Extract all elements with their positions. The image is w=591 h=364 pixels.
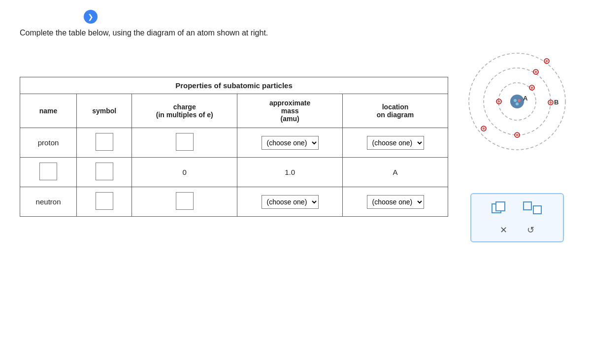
proton-symbol-input[interactable] [96, 133, 113, 151]
mass-label-line2: mass [281, 107, 299, 115]
chevron-icon[interactable]: ❯ [84, 10, 98, 24]
svg-point-15 [550, 101, 552, 104]
neutron-symbol-cell[interactable] [77, 187, 132, 217]
row2-name-input[interactable] [39, 163, 57, 180]
svg-point-3 [510, 95, 524, 108]
svg-point-11 [498, 100, 500, 103]
row2-name-cell[interactable] [20, 158, 77, 187]
neutron-charge-input[interactable] [176, 192, 194, 210]
col-header-charge: charge (in multiples of e) [132, 94, 237, 128]
atom-diagram: A B [463, 47, 571, 156]
panel-icon-group-2 [523, 200, 544, 218]
instruction-text: Complete the table below, using the diag… [20, 29, 571, 37]
neutron-symbol-input[interactable] [96, 192, 113, 210]
panel-icon-stacked-1 [490, 200, 508, 218]
col-header-mass: approximate mass (amu) [237, 94, 343, 128]
row2-location-cell: A [343, 158, 448, 187]
proton-name-cell: proton [20, 128, 77, 158]
location-label-line1: location [382, 103, 409, 111]
col-header-symbol: symbol [77, 94, 132, 128]
svg-rect-26 [533, 206, 541, 214]
panel-actions: ✕ ↺ [500, 225, 534, 235]
col-header-name: name [20, 94, 77, 128]
row2-symbol-input[interactable] [96, 163, 113, 180]
proton-charge-input[interactable] [176, 133, 194, 151]
table-row: proton (choose one) 0 1.0 -1 +1 [20, 128, 448, 158]
row2-charge-cell: 0 [132, 158, 237, 187]
neutron-name-cell: neutron [20, 187, 77, 217]
svg-text:A: A [523, 95, 528, 102]
proton-mass-cell[interactable]: (choose one) 0 1.0 -1 +1 [237, 128, 343, 158]
location-label-line2: on diagram [377, 111, 414, 119]
close-button[interactable]: ✕ [500, 225, 507, 235]
table-row: neutron (choose one) 0 1.0 -1 +1 [20, 187, 448, 217]
svg-rect-25 [524, 202, 531, 210]
right-panel: ✕ ↺ [470, 193, 564, 242]
panel-icons-row [490, 200, 544, 218]
table-area: Properties of subatomic particles name s… [20, 77, 448, 217]
svg-point-9 [531, 87, 533, 89]
row2-mass-cell: 1.0 [237, 158, 343, 187]
undo-button[interactable]: ↺ [527, 225, 534, 235]
charge-label-line2: (in multiples of e) [156, 111, 213, 119]
proton-symbol-cell[interactable] [77, 128, 132, 158]
neutron-charge-cell[interactable] [132, 187, 237, 217]
neutron-mass-cell[interactable]: (choose one) 0 1.0 -1 +1 [237, 187, 343, 217]
mass-label-line1: approximate [269, 99, 310, 107]
table-row: 0 1.0 A [20, 158, 448, 187]
panel-icon-group-1 [490, 200, 508, 218]
table-title: Properties of subatomic particles [20, 77, 448, 94]
svg-point-20 [546, 60, 548, 63]
panel-icon-sidebyside [523, 200, 544, 218]
svg-point-4 [514, 99, 517, 102]
proton-location-cell[interactable]: (choose one) A B [343, 128, 448, 158]
mass-label-line3: (amu) [281, 115, 299, 123]
col-header-location: location on diagram [343, 94, 448, 128]
neutron-location-cell[interactable]: (choose one) A B [343, 187, 448, 217]
svg-point-18 [516, 134, 519, 136]
proton-location-dropdown[interactable]: (choose one) A B [367, 136, 424, 150]
proton-mass-dropdown[interactable]: (choose one) 0 1.0 -1 +1 [262, 136, 319, 150]
svg-point-6 [516, 102, 519, 105]
proton-charge-cell[interactable] [132, 128, 237, 158]
properties-table: name symbol charge (in multiples of e) a… [20, 94, 448, 217]
row2-symbol-cell[interactable] [77, 158, 132, 187]
neutron-location-dropdown[interactable]: (choose one) A B [367, 195, 424, 209]
svg-point-13 [535, 71, 537, 73]
neutron-mass-dropdown[interactable]: (choose one) 0 1.0 -1 +1 [262, 195, 319, 209]
charge-label-line1: charge [173, 103, 196, 111]
svg-point-22 [483, 128, 485, 130]
svg-text:B: B [554, 99, 558, 106]
svg-point-5 [518, 99, 521, 102]
svg-rect-24 [496, 202, 505, 211]
